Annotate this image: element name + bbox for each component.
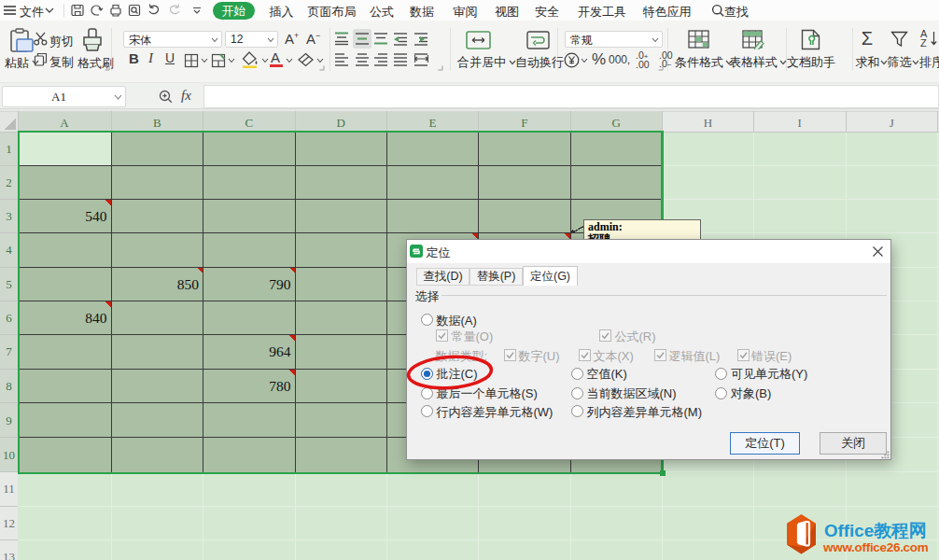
svg-text:H: H — [704, 116, 712, 130]
svg-text:admin:: admin: — [588, 220, 623, 233]
svg-text:840: 840 — [85, 310, 107, 326]
svg-text:J: J — [890, 116, 894, 130]
svg-text:850: 850 — [177, 276, 200, 292]
svg-text:G: G — [612, 116, 621, 130]
svg-text:5: 5 — [6, 277, 12, 291]
svg-text:A: A — [60, 116, 69, 130]
svg-text:2: 2 — [6, 175, 12, 189]
svg-text:10: 10 — [3, 448, 15, 462]
svg-text:540: 540 — [85, 208, 107, 224]
svg-text:13: 13 — [3, 550, 15, 560]
svg-text:D: D — [337, 116, 345, 130]
svg-text:6: 6 — [6, 311, 12, 325]
svg-text:790: 790 — [269, 276, 291, 292]
svg-text:1: 1 — [6, 142, 12, 156]
svg-text:E: E — [429, 116, 437, 130]
svg-text:Office教程网: Office教程网 — [824, 521, 927, 540]
svg-text:C: C — [245, 116, 253, 130]
svg-text:www.office26.com: www.office26.com — [822, 540, 929, 554]
svg-text:9: 9 — [6, 413, 12, 427]
svg-text:780: 780 — [269, 378, 291, 394]
svg-text:F: F — [521, 116, 527, 130]
svg-text:3: 3 — [6, 209, 12, 223]
svg-text:12: 12 — [3, 516, 15, 530]
svg-text:8: 8 — [6, 379, 12, 393]
svg-text:4: 4 — [6, 243, 12, 257]
svg-text:7: 7 — [6, 344, 12, 358]
svg-text:B: B — [153, 116, 161, 130]
svg-text:11: 11 — [3, 482, 15, 496]
svg-text:964: 964 — [269, 343, 291, 359]
svg-text:I: I — [798, 116, 802, 130]
